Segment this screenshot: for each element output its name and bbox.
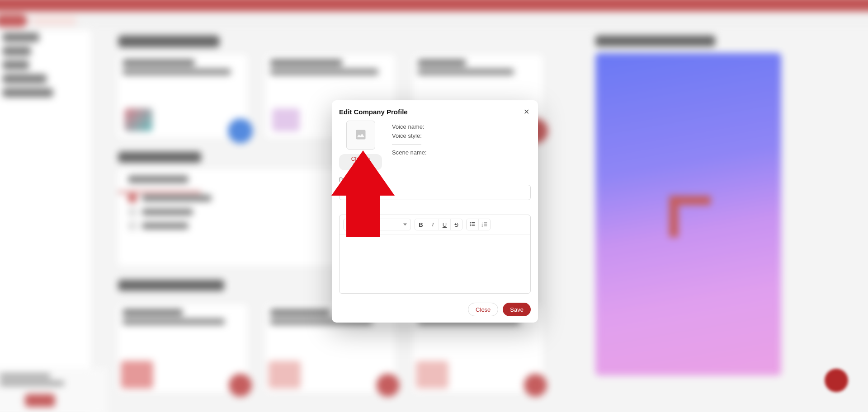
floating-action-button[interactable] [825, 369, 848, 392]
image-icon [354, 128, 367, 142]
modal-close-button[interactable]: ✕ [522, 107, 531, 116]
numbered-list-icon: 123 [481, 221, 488, 229]
svg-rect-7 [484, 222, 487, 222]
svg-point-0 [470, 222, 471, 223]
svg-rect-1 [472, 222, 475, 222]
bullet-list-icon [469, 221, 476, 229]
save-button[interactable]: Save [503, 303, 531, 316]
underline-button[interactable]: U [439, 219, 450, 230]
svg-text:3: 3 [481, 225, 483, 227]
choose-image-button[interactable]: Choose image [339, 154, 382, 170]
close-icon: ✕ [524, 108, 529, 116]
bold-button[interactable]: B [415, 219, 427, 230]
public-name-label: Public Name [339, 177, 531, 183]
modal-header: Edit Company Profile ✕ [332, 100, 538, 121]
public-name-input[interactable] [339, 185, 531, 200]
italic-button[interactable]: I [427, 219, 439, 230]
image-placeholder [346, 121, 375, 150]
svg-rect-3 [472, 224, 475, 224]
numbered-list-button[interactable]: 123 [478, 219, 490, 230]
about-textarea[interactable] [340, 234, 530, 293]
strikethrough-button[interactable]: S [450, 219, 462, 230]
voice-name-label: Voice name: [392, 122, 531, 131]
close-button[interactable]: Close [468, 303, 498, 316]
scene-name-label: Scene name: [392, 148, 531, 157]
modal-body: Choose image Voice name: Voice style: Sc… [332, 121, 538, 298]
svg-point-2 [470, 223, 471, 224]
paragraph-style-select[interactable] [343, 219, 411, 230]
meta-divider [392, 144, 421, 145]
svg-rect-5 [472, 225, 475, 225]
profile-meta: Voice name: Voice style: Scene name: [392, 121, 531, 170]
modal-title: Edit Company Profile [339, 108, 408, 116]
svg-rect-9 [484, 224, 487, 224]
bullet-list-button[interactable] [467, 219, 478, 230]
edit-company-profile-modal: Edit Company Profile ✕ Choose image Voic… [332, 100, 538, 323]
editor-toolbar: B I U S 123 [340, 215, 530, 234]
voice-style-label: Voice style: [392, 131, 531, 140]
svg-point-4 [470, 225, 471, 226]
modal-footer: Close Save [332, 298, 538, 323]
about-editor: B I U S 123 [339, 215, 531, 294]
svg-rect-11 [484, 225, 487, 226]
